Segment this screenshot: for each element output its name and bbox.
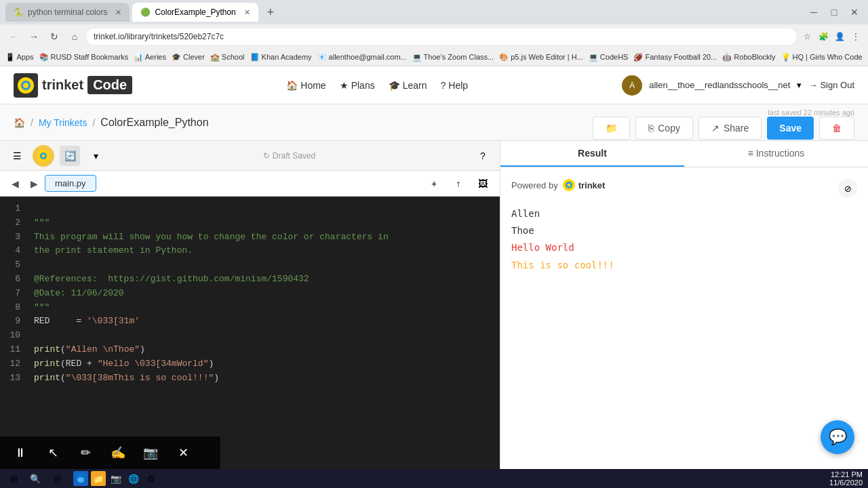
result-content: Powered by trinket ⊘ Allen Thoe Hello Wo: [500, 167, 868, 488]
close-button[interactable]: ✕: [846, 4, 863, 20]
profile-icon[interactable]: 👤: [833, 30, 846, 43]
learn-icon: 🎓: [389, 80, 400, 91]
extensions-icon[interactable]: 🧩: [816, 30, 830, 43]
tab-favicon: 🟢: [140, 7, 151, 17]
delete-button[interactable]: 🗑: [819, 117, 854, 140]
refresh-icon[interactable]: 🔄: [60, 146, 80, 166]
cursor-button[interactable]: ↖: [43, 443, 62, 462]
nav-home[interactable]: 🏠 Home: [286, 80, 326, 91]
next-file-button[interactable]: ▶: [26, 176, 42, 192]
share-label: Share: [724, 123, 749, 134]
sign-out-button[interactable]: → Sign Out: [808, 80, 854, 90]
list-icon: ≡: [748, 148, 756, 159]
home-button[interactable]: ⌂: [66, 28, 83, 45]
file-tabs: ◀ ▶ main.py + ↑ 🖼: [0, 171, 500, 197]
bookmark-aeries[interactable]: 📊 Aeries: [134, 53, 166, 62]
tab-instructions[interactable]: ≡ Instructions: [684, 141, 868, 167]
save-label: Save: [779, 123, 802, 134]
output-line-4: This is so cool!!!: [511, 257, 857, 274]
tab-close[interactable]: ✕: [115, 8, 121, 17]
user-dropdown-icon[interactable]: ▾: [797, 80, 802, 90]
folder-button[interactable]: 📁: [593, 117, 630, 140]
bookmark-khan[interactable]: 📘 Khan Academy: [250, 53, 312, 62]
maximize-button[interactable]: □: [826, 4, 842, 20]
tab-color-example[interactable]: 🟢 ColorExample_Python ✕: [132, 3, 258, 22]
draw-button[interactable]: ✏: [76, 443, 95, 462]
start-button[interactable]: ⊞: [5, 470, 22, 487]
camera-button[interactable]: 📷: [141, 443, 160, 462]
tab-result[interactable]: Result: [500, 141, 684, 167]
search-button[interactable]: 🔍: [27, 470, 43, 487]
copy-button[interactable]: ⎘ Copy: [635, 117, 693, 140]
tab-label: ColorExample_Python: [155, 7, 235, 17]
bookmark-fantasy[interactable]: 🏈 Fantasy Football 20...: [633, 53, 717, 62]
nav-help-label: Help: [448, 80, 468, 91]
bookmark-zoom[interactable]: 💻 Thoe's Zoom Class...: [412, 53, 494, 62]
refresh-small-icon: ↻: [263, 151, 270, 161]
nav-plans[interactable]: ★ Plans: [340, 80, 375, 91]
plans-icon: ★: [340, 80, 349, 91]
help-icon[interactable]: ?: [473, 146, 493, 166]
bookmark-codehs[interactable]: 💻 CodeHS: [589, 53, 629, 62]
breadcrumb-my-trinkets[interactable]: My Trinkets: [39, 117, 87, 128]
home-icon: 🏠: [286, 80, 298, 91]
bookmark-p5js[interactable]: 🎨 p5.js Web Editor | H...: [499, 53, 583, 62]
logo: trinket Code: [14, 73, 132, 98]
breadcrumb-separator-2: /: [92, 117, 95, 128]
highlight-button[interactable]: ✍: [108, 443, 127, 462]
run-icon[interactable]: [33, 145, 54, 167]
chat-bubble[interactable]: 💬: [821, 420, 854, 454]
taskbar: ⊞ 🔍 ⊟ 📁 📷 🌐 ⚙ 12:21 PM 11/6/2020: [0, 469, 868, 488]
result-panel: Result ≡ Instructions Powered by trinke: [500, 141, 868, 488]
bookmark-icon[interactable]: ☆: [800, 30, 814, 43]
taskbar-icon-photos[interactable]: 📷: [108, 471, 123, 486]
prev-file-button[interactable]: ◀: [7, 176, 23, 192]
result-output: Allen Thoe Hello World This is so cool!!…: [511, 205, 857, 274]
tab-python-terminal[interactable]: 🐍 python terminal colors ✕: [5, 3, 130, 22]
stop-button[interactable]: ⊘: [838, 179, 857, 198]
bookmark-clever[interactable]: 🎓 Clever: [172, 53, 205, 62]
toolbar-actions: 📁 ⎘ Copy ↗ Share Save 🗑: [593, 117, 854, 140]
bookmark-rusd[interactable]: 📚 RUSD Staff Bookmarks: [39, 53, 129, 62]
breadcrumb-home[interactable]: 🏠: [14, 117, 25, 128]
close-toolbar-button[interactable]: ✕: [174, 443, 193, 462]
image-file-icon[interactable]: 🖼: [473, 174, 493, 194]
forward-button[interactable]: →: [26, 28, 42, 45]
taskbar-time: 12:21 PM 11/6/2020: [829, 470, 863, 487]
new-tab-button[interactable]: +: [261, 3, 280, 22]
back-button[interactable]: ←: [5, 28, 22, 45]
nav-learn[interactable]: 🎓 Learn: [389, 80, 427, 91]
taskbar-icon-file[interactable]: 📁: [91, 471, 106, 486]
breadcrumb-separator: /: [31, 117, 33, 128]
upload-file-icon[interactable]: ↑: [448, 174, 469, 194]
tab-close[interactable]: ✕: [244, 8, 250, 17]
svg-point-5: [42, 154, 45, 157]
dropdown-icon[interactable]: ▾: [85, 146, 106, 166]
header-user: A allen__thoe__redlandsschools__net ▾ → …: [622, 75, 854, 96]
taskbar-icon-settings[interactable]: ⚙: [144, 471, 159, 486]
add-file-icon[interactable]: +: [424, 174, 444, 194]
copy-label: Copy: [658, 123, 680, 134]
minimize-button[interactable]: ─: [806, 4, 822, 20]
share-button[interactable]: ↗ Share: [698, 117, 762, 140]
refresh-button[interactable]: ↻: [46, 28, 62, 45]
task-view-button[interactable]: ⊟: [49, 470, 65, 487]
taskbar-icon-edge[interactable]: [73, 471, 88, 486]
settings-icon[interactable]: ⋮: [849, 30, 863, 43]
bookmark-girlswhocode[interactable]: 💡 HQ | Girls Who Code: [781, 53, 863, 62]
breadcrumb-current: ColorExample_Python: [100, 117, 208, 129]
save-button[interactable]: Save: [767, 117, 814, 140]
last-saved: last saved 22 minutes ago: [768, 108, 854, 117]
nav-help[interactable]: ? Help: [440, 80, 468, 91]
bookmark-roboblockly[interactable]: 🤖 RoboBlockly: [722, 53, 775, 62]
pause-button[interactable]: ⏸: [11, 443, 30, 462]
taskbar-icon-chrome[interactable]: 🌐: [126, 471, 141, 486]
file-tab-main[interactable]: main.py: [45, 175, 96, 192]
bookmark-gmail[interactable]: 📧 allenthoe@gmail.com...: [317, 53, 407, 62]
nav-plans-label: Plans: [351, 80, 375, 91]
address-input[interactable]: [87, 28, 796, 45]
taskbar-icons: 📁 📷 🌐 ⚙: [73, 471, 159, 486]
bookmark-school[interactable]: 🏫 School: [210, 53, 245, 62]
bookmark-apps[interactable]: 📱 Apps: [5, 53, 34, 62]
menu-icon[interactable]: ☰: [7, 146, 27, 166]
